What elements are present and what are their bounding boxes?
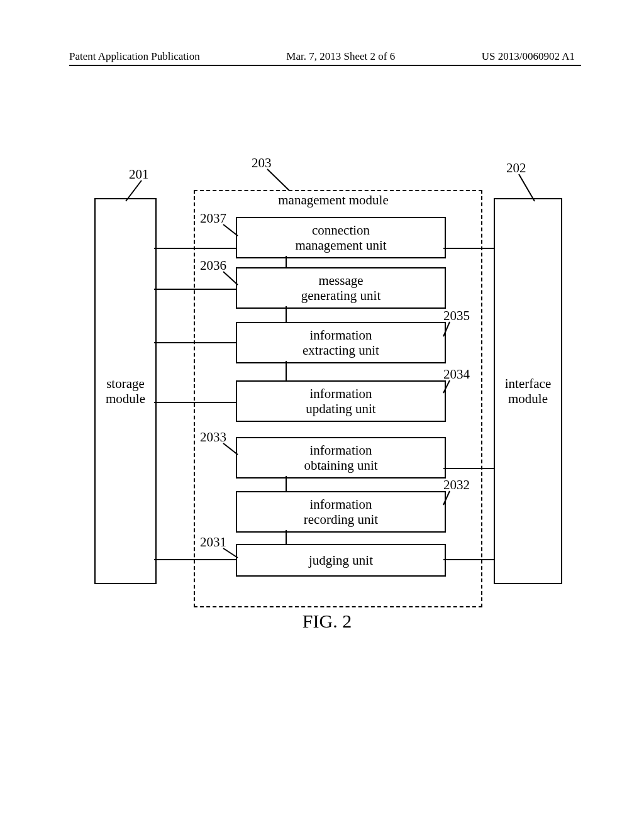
- ref-202: 202: [506, 160, 526, 176]
- information-recording-unit: information recording unit: [236, 491, 446, 533]
- unit-label: information updating unit: [306, 386, 375, 416]
- ref-2037: 2037: [200, 211, 226, 226]
- information-obtaining-unit: information obtaining unit: [236, 437, 446, 479]
- header-rule: [69, 65, 581, 66]
- information-updating-unit: information updating unit: [236, 380, 446, 422]
- storage-module-box: storage module: [94, 198, 157, 584]
- ref-201: 201: [129, 167, 149, 182]
- unit-label: message generating unit: [301, 273, 381, 303]
- svg-line-1: [519, 174, 535, 201]
- storage-module-label: storage module: [106, 376, 145, 406]
- header-right: US 2013/0060902 A1: [482, 50, 575, 63]
- interface-module-box: interface module: [494, 198, 562, 584]
- ref-2035: 2035: [443, 308, 470, 324]
- header-left: Patent Application Publication: [69, 50, 200, 63]
- ref-2036: 2036: [200, 258, 226, 274]
- interface-module-label: interface module: [505, 376, 551, 406]
- information-extracting-unit: information extracting unit: [236, 322, 446, 363]
- ref-2034: 2034: [443, 367, 470, 382]
- ref-2031: 2031: [200, 534, 226, 550]
- ref-2032: 2032: [443, 477, 470, 493]
- svg-line-2: [267, 169, 289, 191]
- figure-caption: FIG. 2: [94, 611, 560, 632]
- header-center: Mar. 7, 2013 Sheet 2 of 6: [286, 50, 395, 63]
- figure-2-diagram: storage module interface module manageme…: [94, 167, 560, 619]
- unit-label: information recording unit: [304, 497, 378, 527]
- unit-label: judging unit: [309, 553, 373, 568]
- management-module-title: management module: [239, 192, 428, 208]
- connection-management-unit: connection management unit: [236, 217, 446, 258]
- unit-label: information extracting unit: [303, 328, 379, 358]
- page-header: Patent Application Publication Mar. 7, 2…: [0, 50, 644, 63]
- unit-label: information obtaining unit: [304, 443, 377, 473]
- ref-2033: 2033: [200, 429, 226, 445]
- judging-unit: judging unit: [236, 544, 446, 577]
- ref-203: 203: [252, 155, 272, 171]
- unit-label: connection management unit: [295, 223, 386, 253]
- message-generating-unit: message generating unit: [236, 267, 446, 309]
